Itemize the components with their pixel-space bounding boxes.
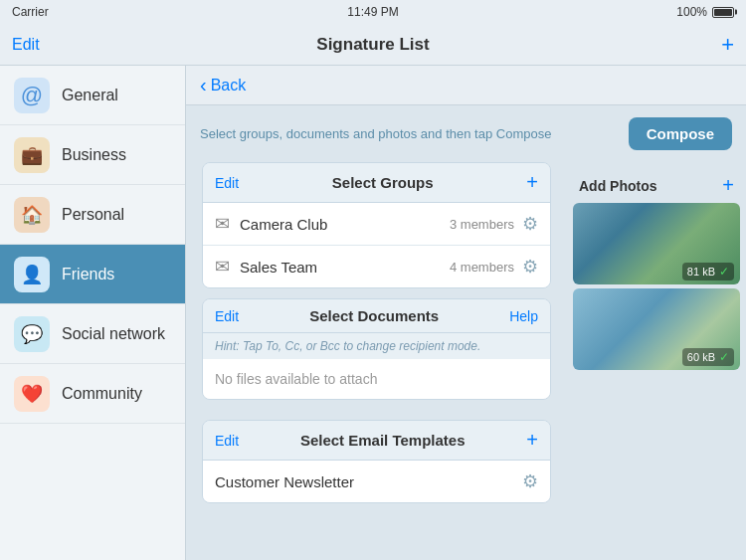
general-icon: @ xyxy=(14,78,50,113)
below-compose: Edit Select Groups + ✉ Camera Club 3 mem… xyxy=(186,162,746,523)
recipient-hint: Hint: Tap To, Cc, or Bcc to change recip… xyxy=(203,333,550,359)
email-templates-edit-button[interactable]: Edit xyxy=(215,433,239,449)
add-signature-button[interactable]: + xyxy=(684,32,734,58)
status-bar-right: 100% xyxy=(676,5,734,19)
photo-check-2: ✓ xyxy=(719,350,729,364)
documents-edit-button[interactable]: Edit xyxy=(215,308,239,324)
group-meta-sales-team: 4 members xyxy=(450,260,514,275)
status-bar: Carrier 11:49 PM 100% xyxy=(0,0,746,24)
chevron-left-icon: ‹ xyxy=(200,74,207,96)
sidebar-item-personal[interactable]: 🏠 Personal xyxy=(0,185,185,245)
social-network-icon: 💬 xyxy=(14,316,50,352)
main-layout: @ General 💼 Business 🏠 Personal 👤 Friend… xyxy=(0,66,746,560)
group-row-sales-team: ✉ Sales Team 4 members ⚙ xyxy=(203,246,550,287)
sidebar-item-friends[interactable]: 👤 Friends xyxy=(0,245,185,304)
sidebar-label-social-network: Social network xyxy=(62,325,165,343)
compose-hint: Select groups, documents and photos and … xyxy=(200,126,629,141)
page-title: Signature List xyxy=(62,35,684,55)
photo-size-1: 81 kB xyxy=(687,266,715,278)
compose-header: Select groups, documents and photos and … xyxy=(186,105,746,162)
email-icon-sales-team: ✉ xyxy=(215,256,230,278)
add-photos-label: Add Photos xyxy=(579,178,657,194)
friends-icon: 👤 xyxy=(14,257,50,292)
email-templates-add-button[interactable]: + xyxy=(526,429,538,452)
email-icon-camera-club: ✉ xyxy=(215,213,230,235)
edit-button[interactable]: Edit xyxy=(12,36,62,54)
photo-label-2: 60 kB ✓ xyxy=(682,348,734,366)
group-row-camera-club: ✉ Camera Club 3 members ⚙ xyxy=(203,203,550,246)
documents-section-title: Select Documents xyxy=(239,307,509,324)
back-button[interactable]: ‹ Back xyxy=(200,74,246,96)
gear-icon-sales-team[interactable]: ⚙ xyxy=(522,256,538,278)
template-row-newsletter: Customer Newsletter ⚙ xyxy=(203,461,550,502)
battery-icon xyxy=(712,7,734,18)
groups-add-button[interactable]: + xyxy=(526,171,538,194)
sections-column: Edit Select Groups + ✉ Camera Club 3 mem… xyxy=(186,162,567,513)
personal-icon: 🏠 xyxy=(14,197,50,233)
group-label-sales-team: Sales Team xyxy=(240,259,450,276)
documents-section-header: Edit Select Documents Help xyxy=(203,299,550,333)
photo-check-1: ✓ xyxy=(719,265,729,279)
groups-section-header: Edit Select Groups + xyxy=(203,163,550,203)
documents-help-link[interactable]: Help xyxy=(509,308,538,324)
groups-section: Edit Select Groups + ✉ Camera Club 3 mem… xyxy=(202,162,551,288)
sidebar-label-friends: Friends xyxy=(62,266,114,283)
sidebar-item-general[interactable]: @ General xyxy=(0,66,185,125)
groups-edit-button[interactable]: Edit xyxy=(215,175,239,191)
back-bar: ‹ Back xyxy=(186,66,746,105)
sidebar-label-business: Business xyxy=(62,146,126,164)
carrier-label: Carrier xyxy=(12,5,49,19)
content-area: ‹ Back Select groups, documents and phot… xyxy=(186,66,746,560)
sidebar: @ General 💼 Business 🏠 Personal 👤 Friend… xyxy=(0,66,186,560)
sidebar-item-social-network[interactable]: 💬 Social network xyxy=(0,304,185,364)
gear-icon-camera-club[interactable]: ⚙ xyxy=(522,213,538,235)
documents-section: Edit Select Documents Help Hint: Tap To,… xyxy=(202,298,551,400)
sidebar-item-community[interactable]: ❤️ Community xyxy=(0,364,185,424)
photo-item-2: 60 kB ✓ xyxy=(573,288,740,370)
add-photos-header: Add Photos + xyxy=(573,168,740,203)
template-label-newsletter: Customer Newsletter xyxy=(215,473,522,490)
groups-section-title: Select Groups xyxy=(239,174,526,191)
gear-icon-newsletter[interactable]: ⚙ xyxy=(522,470,538,492)
sidebar-item-business[interactable]: 💼 Business xyxy=(0,125,185,185)
spacer xyxy=(192,410,561,420)
sidebar-label-community: Community xyxy=(62,385,142,403)
group-meta-camera-club: 3 members xyxy=(450,217,514,232)
compose-button[interactable]: Compose xyxy=(629,117,732,150)
top-nav: Edit Signature List + xyxy=(0,24,746,66)
email-templates-section: Edit Select Email Templates + Customer N… xyxy=(202,420,551,503)
community-icon: ❤️ xyxy=(14,376,50,412)
time-label: 11:49 PM xyxy=(347,5,398,19)
photos-panel: Add Photos + 81 kB ✓ 60 kB ✓ xyxy=(567,162,746,513)
photo-item-1: 81 kB ✓ xyxy=(573,203,740,284)
sidebar-label-general: General xyxy=(62,87,118,104)
back-label: Back xyxy=(211,77,247,94)
business-icon: 💼 xyxy=(14,137,50,173)
email-templates-title: Select Email Templates xyxy=(239,432,526,449)
add-photos-button[interactable]: + xyxy=(722,174,734,197)
group-label-camera-club: Camera Club xyxy=(240,216,450,233)
email-templates-header: Edit Select Email Templates + xyxy=(203,421,550,461)
no-files-label: No files available to attach xyxy=(203,359,550,399)
photo-label-1: 81 kB ✓ xyxy=(682,263,734,280)
battery-percent: 100% xyxy=(676,5,707,19)
sidebar-label-personal: Personal xyxy=(62,206,124,224)
photo-size-2: 60 kB xyxy=(687,351,715,363)
